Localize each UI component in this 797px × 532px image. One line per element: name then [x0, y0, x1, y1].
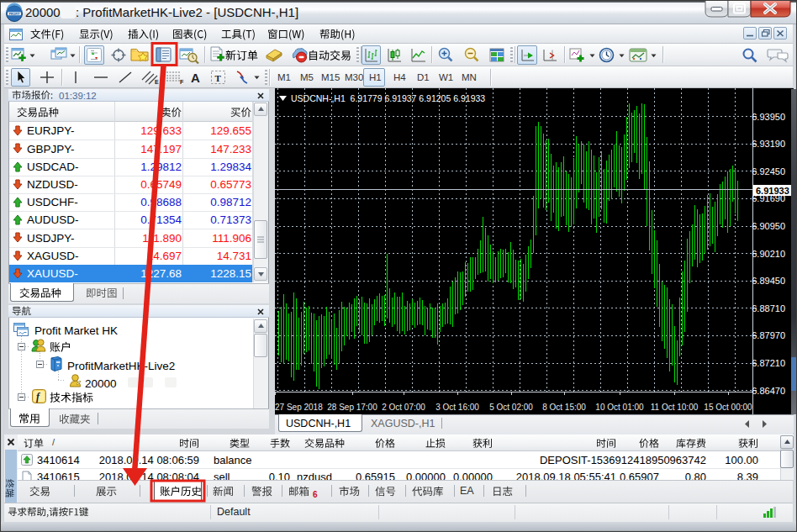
svg-text:F: F [180, 79, 184, 85]
svg-text:E: E [155, 79, 159, 85]
svg-text:T: T [215, 73, 222, 83]
svg-text:PROFIT: PROFIT [9, 13, 20, 16]
